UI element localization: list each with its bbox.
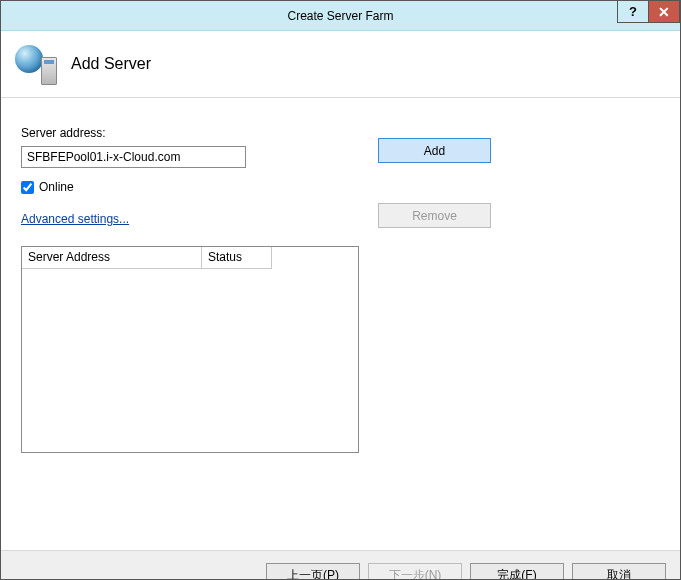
online-label: Online: [39, 180, 74, 194]
online-checkbox-row: Online: [21, 180, 660, 194]
page-title: Add Server: [71, 55, 151, 73]
previous-button[interactable]: 上一页(P): [266, 563, 360, 580]
column-server-address[interactable]: Server Address: [22, 247, 202, 269]
online-checkbox[interactable]: [21, 181, 34, 194]
advanced-settings-link[interactable]: Advanced settings...: [21, 212, 129, 226]
next-button: 下一步(N): [368, 563, 462, 580]
server-address-input[interactable]: [21, 146, 246, 168]
help-button[interactable]: ?: [617, 1, 649, 23]
finish-button[interactable]: 完成(F): [470, 563, 564, 580]
dialog-footer: 上一页(P) 下一步(N) 完成(F) 取消: [1, 550, 680, 580]
content-area: Server address: Online Advanced settings…: [1, 98, 680, 550]
server-list[interactable]: Server Address Status: [21, 246, 359, 453]
server-address-label: Server address:: [21, 126, 660, 140]
server-farm-icon: [15, 43, 57, 85]
close-button[interactable]: ✕: [648, 1, 680, 23]
remove-button: Remove: [378, 203, 491, 228]
cancel-button[interactable]: 取消: [572, 563, 666, 580]
dialog-header: Add Server: [1, 31, 680, 98]
window-title: Create Server Farm: [287, 9, 393, 23]
column-status[interactable]: Status: [202, 247, 272, 269]
list-header: Server Address Status: [22, 247, 358, 269]
add-button[interactable]: Add: [378, 138, 491, 163]
titlebar-buttons: ? ✕: [618, 1, 680, 23]
side-action-buttons: Add Remove: [378, 138, 491, 228]
titlebar: Create Server Farm ? ✕: [1, 1, 680, 31]
